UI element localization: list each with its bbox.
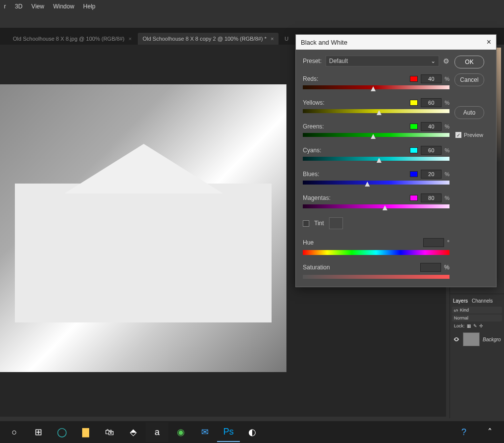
tab-layers[interactable]: Layers [453, 298, 468, 304]
slider-value-input[interactable] [421, 170, 442, 179]
slider-label: Cyans: [303, 147, 321, 154]
slider-label: Greens: [303, 123, 324, 130]
layer-row[interactable]: Backgro [451, 330, 503, 348]
color-slider-row: Cyans:% [303, 146, 449, 161]
mail-icon[interactable]: ✉ [193, 422, 216, 442]
document-tab[interactable]: U [280, 33, 293, 45]
document-tab[interactable]: Old Schoolhouse 8 X 8.jpg @ 100% (RGB/8#… [8, 33, 137, 45]
cancel-button[interactable]: Cancel [454, 73, 484, 86]
dialog-title-text: Black and White [301, 39, 347, 46]
color-swatch [410, 171, 418, 177]
layer-lock-row: Lock: ▦ ✎ ✢ [452, 322, 502, 329]
preset-dropdown[interactable]: Default ⌄ [326, 56, 439, 66]
slider-thumb[interactable] [371, 134, 376, 139]
menu-item[interactable]: 3D [15, 3, 22, 10]
color-slider[interactable] [303, 85, 449, 89]
color-swatch [410, 76, 418, 82]
preview-checkbox[interactable]: ✓ Preview [455, 132, 483, 138]
saturation-input[interactable] [420, 263, 441, 272]
color-slider-row: Yellows:% [303, 98, 449, 113]
edge-icon[interactable]: ◯ [51, 422, 73, 442]
chrome-icon[interactable]: ◐ [241, 422, 264, 442]
slider-label: Magentas: [303, 194, 331, 201]
slider-label: Yellows: [303, 99, 325, 106]
percent-label: % [445, 195, 449, 201]
amazon-icon[interactable]: a [146, 422, 168, 442]
percent-label: % [445, 100, 449, 106]
explorer-icon[interactable]: ▇ [74, 422, 97, 442]
lock-position-icon[interactable]: ✢ [479, 323, 483, 328]
blend-mode-label: Normal [454, 316, 468, 320]
menu-item[interactable]: r [4, 3, 6, 10]
lock-transparent-icon[interactable]: ▦ [467, 323, 471, 328]
tab-channels[interactable]: Channels [472, 298, 493, 304]
tab-label: Old Schoolhouse 8 X 8.jpg @ 100% (RGB/8#… [13, 36, 124, 42]
close-icon[interactable]: × [487, 38, 491, 47]
color-swatch [410, 100, 418, 106]
search-icon[interactable]: ○ [3, 422, 26, 442]
photoshop-icon[interactable]: Ps [217, 422, 240, 442]
slider-label: Blues: [303, 171, 319, 178]
menu-item[interactable]: Window [53, 3, 74, 10]
slider-value-input[interactable] [421, 74, 442, 83]
tint-color-swatch[interactable] [329, 217, 343, 229]
hue-input[interactable] [423, 238, 444, 247]
color-slider[interactable] [303, 181, 449, 185]
gear-icon[interactable]: ⚙ [443, 57, 449, 65]
tab-label: U [284, 36, 288, 42]
menu-bar: r 3D View Window Help [0, 0, 504, 13]
slider-value-input[interactable] [421, 193, 442, 202]
color-slider[interactable] [303, 109, 449, 113]
lock-brush-icon[interactable]: ✎ [473, 323, 477, 328]
close-icon[interactable]: × [128, 36, 131, 42]
tab-label: Old Schoolhouse 8 X 8 copy 2 @ 100% (RGB… [143, 36, 267, 42]
store-icon[interactable]: 🛍 [98, 422, 121, 442]
slider-value-input[interactable] [421, 98, 442, 107]
preset-label: Preset: [303, 58, 322, 64]
hue-slider[interactable] [303, 250, 449, 255]
slider-thumb[interactable] [365, 182, 370, 187]
document-tab[interactable]: Old Schoolhouse 8 X 8 copy 2 @ 100% (RGB… [138, 33, 279, 45]
help-icon[interactable]: ? [452, 422, 475, 442]
tripadvisor-icon[interactable]: ◉ [169, 422, 192, 442]
close-icon[interactable]: × [271, 36, 274, 42]
percent-label: % [445, 76, 449, 82]
preview-label: Preview [464, 132, 483, 138]
hue-label: Hue [303, 239, 314, 246]
tint-label: Tint [314, 220, 324, 227]
menu-item[interactable]: Help [83, 3, 96, 10]
saturation-unit: % [444, 264, 449, 271]
kind-label: Kind [460, 308, 469, 313]
percent-label: % [445, 124, 449, 129]
chevron-up-icon[interactable]: ˄ [478, 422, 501, 442]
slider-thumb[interactable] [383, 205, 388, 210]
layer-blend-mode[interactable]: Normal [452, 315, 502, 321]
auto-button[interactable]: Auto [454, 106, 484, 119]
menu-item[interactable]: View [31, 3, 44, 10]
visibility-icon[interactable] [453, 336, 460, 343]
dropbox-icon[interactable]: ⬘ [122, 422, 145, 442]
color-swatch [410, 195, 418, 201]
windows-taskbar: ○ ⊞ ◯ ▇ 🛍 ⬘ a ◉ ✉ Ps ◐ ? ˄ [0, 421, 504, 443]
slider-thumb[interactable] [371, 86, 376, 91]
slider-label: Reds: [303, 75, 318, 82]
slider-thumb[interactable] [377, 110, 382, 115]
color-slider-row: Blues:% [303, 170, 449, 185]
color-slider[interactable] [303, 204, 449, 208]
dialog-titlebar[interactable]: Black and White × [296, 35, 496, 50]
layer-thumbnail[interactable] [463, 332, 480, 346]
ok-button[interactable]: OK [454, 56, 484, 68]
tint-checkbox[interactable] [303, 220, 309, 227]
color-swatch [410, 147, 418, 153]
slider-thumb[interactable] [377, 158, 382, 163]
color-slider[interactable] [303, 133, 449, 137]
slider-value-input[interactable] [421, 122, 442, 131]
layer-filter-kind[interactable]: ᔕKind [452, 307, 502, 314]
task-view-icon[interactable]: ⊞ [27, 422, 50, 442]
slider-value-input[interactable] [421, 146, 442, 155]
color-slider[interactable] [303, 157, 449, 161]
preset-value: Default [329, 58, 348, 64]
saturation-slider[interactable] [303, 275, 449, 279]
canvas-image[interactable] [0, 84, 286, 372]
layer-name[interactable]: Backgro [483, 337, 501, 342]
